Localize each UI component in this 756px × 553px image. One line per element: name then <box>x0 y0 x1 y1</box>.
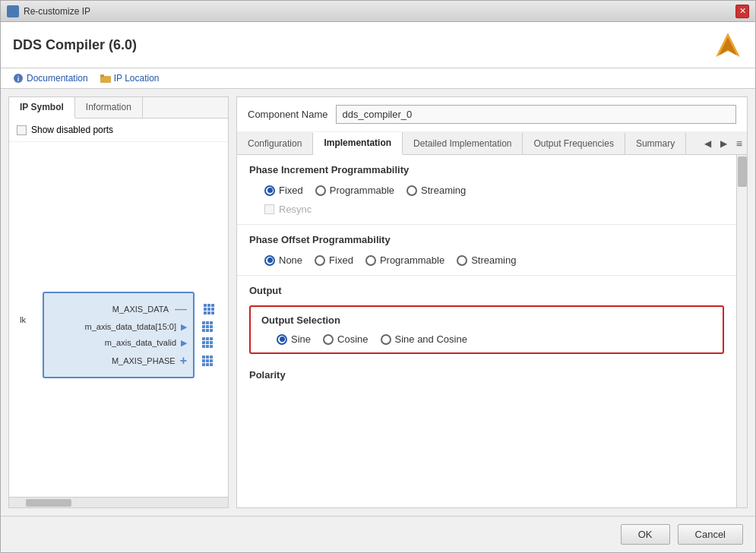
port-m-axis-data: M_AXIS_DATA — <box>44 299 193 319</box>
radio-fixed[interactable]: Fixed <box>264 185 303 196</box>
radio-offset-programmable-circle[interactable] <box>365 255 376 266</box>
left-panel: IP Symbol Information Show disabled port… <box>8 96 229 508</box>
ip-location-link[interactable]: IP Location <box>100 73 160 84</box>
radio-streaming-label: Streaming <box>421 185 466 196</box>
radio-programmable-circle[interactable] <box>315 185 326 196</box>
config-tabs: Configuration Implementation Detailed Im… <box>237 132 747 155</box>
cancel-button[interactable]: Cancel <box>678 524 743 545</box>
main-content: IP Symbol Information Show disabled port… <box>1 89 755 516</box>
port-tdata: m_axis_data_tdata[15:0] ▶ <box>44 319 193 335</box>
radio-offset-programmable[interactable]: Programmable <box>365 254 444 266</box>
tab-configuration[interactable]: Configuration <box>237 133 313 154</box>
symbol-area: lk M_AXIS_DATA — m_axis_dat <box>9 142 228 497</box>
radio-offset-streaming-circle[interactable] <box>457 255 467 266</box>
svg-text:i: i <box>17 75 20 83</box>
toolbar: i Documentation IP Location <box>1 68 755 89</box>
resync-checkbox <box>264 204 274 214</box>
component-name-input[interactable] <box>336 105 737 124</box>
radio-none-circle[interactable] <box>264 255 275 266</box>
radio-sine-cosine-label: Sine and Cosine <box>395 333 467 345</box>
polarity-title: Polarity <box>249 369 724 381</box>
phase-offset-radio-group: None Fixed Programmable <box>264 254 724 266</box>
tab-menu-button[interactable]: ≡ <box>732 134 747 153</box>
vertical-scrollbar[interactable] <box>736 155 747 507</box>
folder-icon <box>100 73 111 84</box>
phase-increment-radio-group: Fixed Programmable Streaming <box>264 185 724 196</box>
radio-streaming-circle[interactable] <box>406 185 417 196</box>
tab-prev-button[interactable]: ◀ <box>700 135 716 152</box>
output-selection-box: Output Selection Sine Cosine <box>249 305 724 354</box>
resync-label: Resync <box>279 204 312 215</box>
radio-sine[interactable]: Sine <box>277 333 311 345</box>
output-title: Output <box>249 285 724 296</box>
radio-sine-cosine[interactable]: Sine and Cosine <box>381 333 467 345</box>
radio-offset-streaming-label: Streaming <box>471 254 516 266</box>
phase-offset-section: Phase Offset Programmability None Fixed <box>237 225 736 276</box>
radio-programmable[interactable]: Programmable <box>315 185 394 196</box>
left-label: lk <box>20 315 26 324</box>
app-title: DDS Compiler (6.0) <box>13 37 137 53</box>
ip-symbol-block: M_AXIS_DATA — m_axis_data_tdata[15:0] ▶ <box>43 292 195 378</box>
show-disabled-ports-checkbox[interactable] <box>17 125 27 135</box>
info-icon: i <box>13 73 24 84</box>
phase-increment-title: Phase Increment Programmability <box>249 164 724 175</box>
tab-detailed-impl[interactable]: Detailed Implementation <box>403 133 523 154</box>
radio-none-label: None <box>279 254 302 266</box>
radio-sine-cosine-circle[interactable] <box>381 334 391 345</box>
main-window: Re-customize IP ✕ DDS Compiler (6.0) i D… <box>0 0 756 553</box>
right-panel: Component Name Configuration Implementat… <box>236 96 748 508</box>
tab-next-button[interactable]: ▶ <box>716 135 732 152</box>
radio-offset-fixed[interactable]: Fixed <box>315 254 353 266</box>
ip-location-label: IP Location <box>114 73 160 84</box>
radio-fixed-label: Fixed <box>279 185 303 196</box>
output-selection-radio-group: Sine Cosine Sine and Cosine <box>277 333 712 345</box>
scrollbar-thumb[interactable] <box>738 156 747 187</box>
radio-cosine-label: Cosine <box>337 333 368 345</box>
output-selection-title: Output Selection <box>261 314 712 326</box>
resync-row: Resync <box>264 204 724 215</box>
tab-ip-symbol[interactable]: IP Symbol <box>9 97 75 118</box>
scrollbar-thumb[interactable] <box>26 499 71 507</box>
radio-programmable-label: Programmable <box>330 185 394 196</box>
radio-offset-fixed-circle[interactable] <box>315 255 325 266</box>
component-name-row: Component Name <box>237 97 747 132</box>
title-bar: Re-customize IP ✕ <box>1 1 755 22</box>
radio-fixed-circle[interactable] <box>264 185 275 196</box>
xilinx-logo <box>713 30 743 60</box>
polarity-section: Polarity <box>237 363 736 387</box>
show-disabled-ports-row: Show disabled ports <box>9 118 228 142</box>
tab-summary[interactable]: Summary <box>625 133 686 154</box>
config-content: Phase Increment Programmability Fixed Pr… <box>237 155 747 507</box>
radio-offset-streaming[interactable]: Streaming <box>457 254 516 266</box>
port-m-axis-phase: M_AXIS_PHASE + <box>44 351 193 371</box>
radio-sine-circle[interactable] <box>277 334 287 345</box>
close-button[interactable]: ✕ <box>735 5 749 18</box>
tab-output-freq[interactable]: Output Frequencies <box>523 133 625 154</box>
header: DDS Compiler (6.0) <box>1 22 755 68</box>
radio-offset-fixed-label: Fixed <box>329 254 353 266</box>
documentation-link[interactable]: i Documentation <box>13 73 88 84</box>
window-title: Re-customize IP <box>24 6 90 17</box>
radio-sine-label: Sine <box>291 333 311 345</box>
radio-none[interactable]: None <box>264 254 302 266</box>
port-tvalid: m_axis_data_tvalid ▶ <box>44 335 193 351</box>
output-section: Output Output Selection Sine Cosi <box>237 276 736 363</box>
component-name-label: Component Name <box>248 109 328 120</box>
phase-increment-section: Phase Increment Programmability Fixed Pr… <box>237 155 736 225</box>
radio-cosine[interactable]: Cosine <box>323 333 368 345</box>
phase-offset-title: Phase Offset Programmability <box>249 234 724 245</box>
radio-streaming[interactable]: Streaming <box>406 185 466 196</box>
window-icon <box>7 5 19 17</box>
radio-cosine-circle[interactable] <box>323 334 334 345</box>
show-disabled-ports-label: Show disabled ports <box>31 125 113 135</box>
svg-rect-6 <box>100 74 104 77</box>
horizontal-scrollbar[interactable] <box>9 497 228 507</box>
bottom-bar: OK Cancel <box>1 516 755 552</box>
tab-implementation[interactable]: Implementation <box>313 132 403 155</box>
left-tabs: IP Symbol Information <box>9 97 228 118</box>
tab-information[interactable]: Information <box>75 97 143 118</box>
documentation-label: Documentation <box>27 73 88 84</box>
radio-offset-programmable-label: Programmable <box>380 254 444 266</box>
ok-button[interactable]: OK <box>621 524 670 545</box>
